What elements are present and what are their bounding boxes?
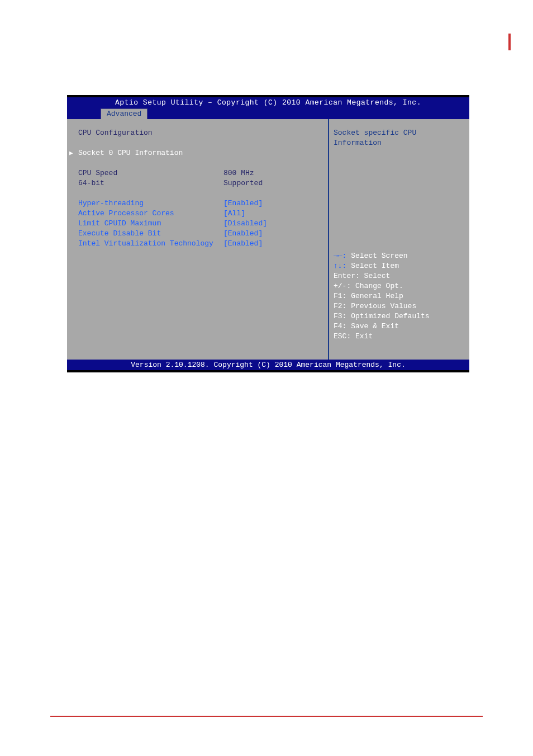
main-panel: CPU Configuration ▶ Socket 0 CPU Informa… bbox=[67, 119, 329, 360]
spacer bbox=[67, 138, 328, 148]
option-value: [Disabled] bbox=[223, 219, 267, 229]
option-row-virtualization[interactable]: Intel Virtualization Technology [Enabled… bbox=[67, 239, 328, 249]
option-value: [Enabled] bbox=[223, 199, 263, 209]
option-value: [All] bbox=[223, 209, 245, 219]
spacer bbox=[67, 158, 328, 168]
info-value: Supported bbox=[223, 178, 263, 188]
info-value: 800 MHz bbox=[223, 168, 254, 178]
option-label: Hyper-threading bbox=[78, 199, 223, 209]
help-text: Socket specific CPU Information bbox=[334, 128, 465, 251]
help-select-screen: →←: Select Screen bbox=[334, 251, 465, 261]
tab-label: Advanced bbox=[107, 110, 141, 118]
help-f2: F2: Previous Values bbox=[334, 301, 465, 311]
key-arrows-ud-icon: ↑↓: bbox=[334, 262, 346, 270]
info-label: 64-bit bbox=[78, 178, 223, 188]
page-margin-mark bbox=[508, 34, 511, 50]
help-esc: ESC: Exit bbox=[334, 332, 465, 342]
help-change: +/-: Change Opt. bbox=[334, 281, 465, 291]
submenu-label: Socket 0 CPU Information bbox=[78, 148, 223, 158]
help-keys: →←: Select Screen ↑↓: Select Item Enter:… bbox=[334, 251, 465, 342]
spacer bbox=[67, 188, 328, 199]
section-title-row: CPU Configuration bbox=[67, 128, 328, 138]
submenu-arrow-icon: ▶ bbox=[69, 148, 73, 158]
option-row-limit-cpuid[interactable]: Limit CPUID Maximum [Disabled] bbox=[67, 219, 328, 229]
body-area: CPU Configuration ▶ Socket 0 CPU Informa… bbox=[67, 119, 469, 360]
option-row-execute-disable[interactable]: Execute Disable Bit [Enabled] bbox=[67, 229, 328, 239]
option-label: Limit CPUID Maximum bbox=[78, 219, 223, 229]
page-footer-divider bbox=[50, 716, 483, 717]
info-row: 64-bit Supported bbox=[67, 178, 328, 188]
option-value: [Enabled] bbox=[223, 239, 263, 249]
option-row-active-cores[interactable]: Active Processor Cores [All] bbox=[67, 209, 328, 219]
help-text-content: Socket specific CPU Information bbox=[334, 129, 416, 147]
tab-advanced[interactable]: Advanced bbox=[101, 108, 147, 119]
option-label: Active Processor Cores bbox=[78, 209, 223, 219]
help-enter: Enter: Select bbox=[334, 271, 465, 281]
side-panel: Socket specific CPU Information →←: Sele… bbox=[329, 119, 469, 360]
section-title: CPU Configuration bbox=[78, 128, 223, 138]
option-value: [Enabled] bbox=[223, 229, 263, 239]
option-row-hyperthreading[interactable]: Hyper-threading [Enabled] bbox=[67, 199, 328, 209]
footer-text: Version 2.10.1208. Copyright (C) 2010 Am… bbox=[131, 361, 405, 369]
tab-bar: Advanced bbox=[67, 108, 469, 119]
bios-window: Aptio Setup Utility – Copyright (C) 2010… bbox=[67, 95, 469, 372]
footer-bar: Version 2.10.1208. Copyright (C) 2010 Am… bbox=[67, 360, 469, 370]
option-label: Intel Virtualization Technology bbox=[78, 239, 223, 249]
window-title: Aptio Setup Utility – Copyright (C) 2010… bbox=[115, 98, 421, 107]
submenu-row[interactable]: ▶ Socket 0 CPU Information bbox=[67, 148, 328, 158]
help-f4: F4: Save & Exit bbox=[334, 322, 465, 332]
key-arrows-lr-icon: →←: bbox=[334, 252, 346, 260]
help-select-item: ↑↓: Select Item bbox=[334, 261, 465, 271]
help-label: Select Item bbox=[346, 262, 399, 270]
help-label: Select Screen bbox=[346, 252, 407, 260]
option-label: Execute Disable Bit bbox=[78, 229, 223, 239]
help-f1: F1: General Help bbox=[334, 291, 465, 301]
info-label: CPU Speed bbox=[78, 168, 223, 178]
title-bar: Aptio Setup Utility – Copyright (C) 2010… bbox=[67, 97, 469, 108]
info-row: CPU Speed 800 MHz bbox=[67, 168, 328, 178]
page: Aptio Setup Utility – Copyright (C) 2010… bbox=[0, 0, 533, 756]
help-f3: F3: Optimized Defaults bbox=[334, 311, 465, 322]
